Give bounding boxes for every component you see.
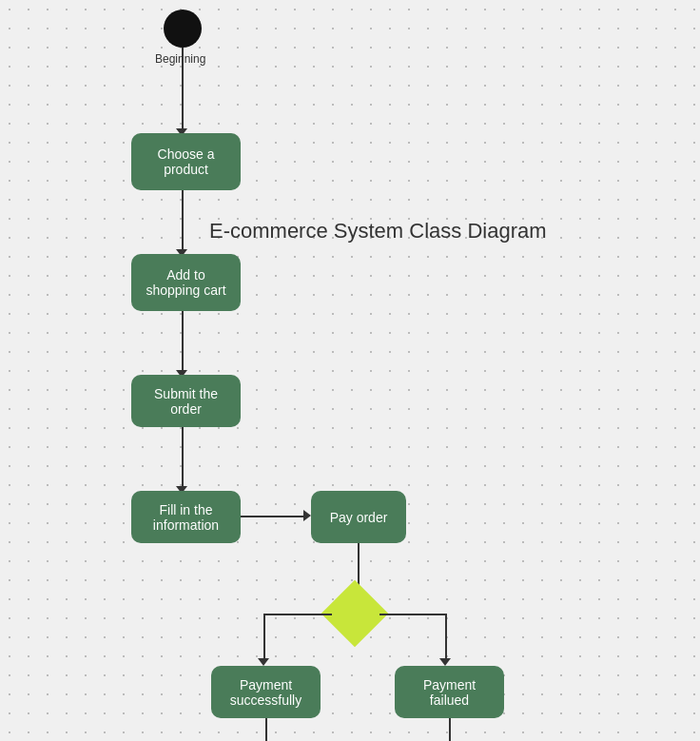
connector-below-fail	[449, 718, 451, 741]
arrow-fill-pay	[303, 510, 311, 521]
connector-below-success	[265, 718, 267, 741]
connector-diamond-fail	[379, 614, 446, 615]
connector-diamond-success	[263, 614, 332, 615]
add-to-cart-node: Add to shopping cart	[131, 254, 241, 311]
arrow-success-down	[258, 658, 269, 666]
submit-order-node: Submit the order	[131, 375, 241, 427]
connector-fill-pay	[241, 516, 305, 517]
arrow-fail-down	[439, 658, 451, 666]
connector-success-down	[263, 614, 265, 661]
connector-submit-fill	[182, 427, 184, 489]
payment-failed-node: Payment failued	[395, 666, 504, 718]
payment-success-node: Payment successfully	[211, 666, 321, 718]
fill-info-node: Fill in the information	[131, 491, 241, 543]
connector-start-choose	[182, 48, 184, 131]
start-node	[164, 10, 202, 48]
connector-choose-cart	[182, 190, 184, 252]
choose-product-node: Choose a product	[131, 133, 241, 190]
diagram-title: E-commerce System Class Diagram	[209, 219, 547, 244]
pay-order-node: Pay order	[311, 491, 406, 543]
connector-cart-submit	[182, 311, 184, 373]
connector-fail-down	[445, 614, 447, 661]
start-label: Beginning	[155, 52, 205, 66]
